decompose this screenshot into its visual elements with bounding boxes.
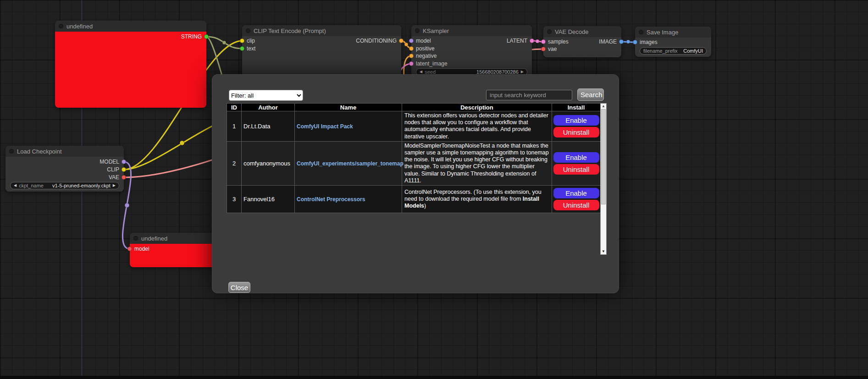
search-button[interactable]: Search bbox=[577, 88, 604, 101]
enable-button[interactable]: Enable bbox=[553, 115, 599, 126]
input-dot-samples[interactable] bbox=[541, 39, 546, 44]
description-text: ) bbox=[424, 203, 426, 209]
row-id: 1 bbox=[227, 111, 242, 142]
node-title: undefined bbox=[66, 23, 93, 30]
close-button[interactable]: Close bbox=[228, 282, 250, 293]
scroll-down-icon[interactable]: ▼ bbox=[601, 249, 606, 254]
slot-label: LATENT bbox=[507, 38, 527, 44]
enable-button[interactable]: Enable bbox=[553, 188, 599, 198]
output-dot-clip[interactable] bbox=[122, 167, 126, 172]
filename-prefix-widget[interactable]: filename_prefix ComfyUI bbox=[640, 47, 707, 55]
extension-link[interactable]: ComfyUI_experiments/sampler_tonemap bbox=[297, 160, 404, 167]
node-titlebar[interactable]: Save Image bbox=[635, 27, 711, 38]
input-dot-vae[interactable] bbox=[541, 47, 546, 51]
input-slot-model: model bbox=[409, 38, 431, 44]
slot-label: latent_image bbox=[416, 60, 448, 67]
extension-table: ID Author Name Description Install 1 Dr.… bbox=[227, 103, 601, 213]
input-dot-model[interactable] bbox=[127, 247, 132, 251]
output-dot-conditioning[interactable] bbox=[399, 38, 404, 43]
slot-label: VAE bbox=[109, 174, 119, 181]
input-slot-latent-image: latent_image bbox=[409, 60, 448, 67]
collapse-dot-icon[interactable] bbox=[59, 24, 63, 28]
uninstall-button[interactable]: Uninstall bbox=[553, 127, 599, 137]
collapse-dot-icon[interactable] bbox=[415, 28, 420, 33]
collapse-dot-icon[interactable] bbox=[639, 30, 643, 34]
output-dot-latent[interactable] bbox=[530, 38, 534, 43]
collapse-dot-icon[interactable] bbox=[133, 236, 138, 241]
output-dot-vae[interactable] bbox=[122, 175, 126, 180]
decrement-arrow-icon[interactable]: ◀ bbox=[420, 70, 422, 74]
row-description: ControlNet Preprocessors. (To use this e… bbox=[402, 186, 552, 213]
collapse-dot-icon[interactable] bbox=[547, 29, 552, 34]
link-dot bbox=[626, 40, 630, 44]
increment-arrow-icon[interactable]: ▶ bbox=[521, 70, 524, 74]
node-title: VAE Decode bbox=[555, 28, 588, 35]
input-slot-samples: samples bbox=[541, 38, 569, 45]
node-undefined-top[interactable]: undefined STRING bbox=[55, 21, 206, 108]
slot-label: clip bbox=[247, 38, 255, 44]
extension-link[interactable]: ComfyUI Impact Pack bbox=[297, 123, 353, 130]
row-author: Dr.Lt.Data bbox=[242, 111, 295, 142]
link-dot bbox=[536, 39, 539, 43]
prev-arrow-icon[interactable]: ◀ bbox=[14, 184, 17, 187]
slot-label: model bbox=[134, 246, 149, 252]
collapse-dot-icon[interactable] bbox=[9, 149, 14, 154]
input-dot-latent-image[interactable] bbox=[409, 61, 414, 66]
slot-label: CONDITIONING bbox=[356, 38, 397, 44]
output-slot-string: STRING bbox=[181, 33, 209, 40]
slot-label: CLIP bbox=[107, 166, 119, 173]
input-slot-clip: clip bbox=[240, 38, 255, 44]
output-slot-latent: LATENT bbox=[507, 38, 534, 44]
enable-button[interactable]: Enable bbox=[553, 152, 599, 163]
filter-select[interactable]: Filter: all bbox=[229, 90, 303, 101]
header-id: ID bbox=[227, 104, 242, 111]
node-body: STRING bbox=[55, 32, 206, 108]
canvas-bottom-edge bbox=[0, 376, 868, 379]
input-dot-images[interactable] bbox=[633, 40, 637, 44]
input-dot-positive[interactable] bbox=[409, 46, 414, 51]
uninstall-button[interactable]: Uninstall bbox=[553, 200, 599, 210]
scroll-up-icon[interactable]: ▲ bbox=[601, 104, 606, 109]
input-slot-images: images bbox=[633, 39, 658, 45]
table-header-row: ID Author Name Description Install bbox=[227, 104, 601, 111]
output-slot-vae: VAE bbox=[109, 174, 126, 181]
header-author: Author bbox=[242, 104, 295, 111]
node-load-checkpoint[interactable]: Load Checkpoint MODEL CLIP VAE ◀ ckpt_na… bbox=[6, 146, 124, 192]
search-input[interactable] bbox=[486, 90, 572, 100]
widget-value: ComfyUI bbox=[683, 48, 703, 54]
node-titlebar[interactable]: CLIP Text Encode (Prompt) bbox=[242, 25, 401, 36]
input-dot-clip[interactable] bbox=[240, 38, 244, 43]
extension-manager-dialog: Filter: all Search ID Author Name Descri… bbox=[212, 74, 619, 293]
node-titlebar[interactable]: KSampler bbox=[411, 25, 532, 36]
table-scrollbar[interactable]: ▲ ▼ bbox=[600, 103, 607, 255]
input-slot-negative: negative bbox=[409, 53, 437, 59]
output-slot-clip: CLIP bbox=[107, 166, 126, 173]
ckpt-name-widget[interactable]: ◀ ckpt_name v1-5-pruned-emaonly.ckpt ▶ bbox=[10, 182, 119, 189]
input-dot-negative[interactable] bbox=[409, 54, 414, 58]
widget-label: ckpt_name bbox=[19, 183, 44, 188]
slot-label: positive bbox=[416, 45, 435, 52]
input-slot-text: text bbox=[240, 45, 255, 52]
input-dot-model[interactable] bbox=[409, 38, 414, 43]
collapse-dot-icon[interactable] bbox=[246, 28, 250, 33]
input-slot-model: model bbox=[127, 246, 149, 252]
output-dot-model[interactable] bbox=[122, 159, 126, 164]
node-save-image[interactable]: Save Image images filename_prefix ComfyU… bbox=[635, 27, 711, 57]
uninstall-button[interactable]: Uninstall bbox=[553, 164, 599, 175]
output-dot-image[interactable] bbox=[619, 39, 624, 44]
next-arrow-icon[interactable]: ▶ bbox=[113, 184, 116, 187]
node-titlebar[interactable]: undefined bbox=[55, 21, 206, 32]
node-titlebar[interactable]: VAE Decode bbox=[543, 26, 621, 37]
link-dot bbox=[404, 43, 408, 46]
row-description: ModelSamplerTonemapNoiseTest a node that… bbox=[402, 141, 552, 185]
scrollbar-thumb[interactable] bbox=[601, 109, 606, 204]
slot-label: MODEL bbox=[100, 159, 119, 165]
node-titlebar[interactable]: Load Checkpoint bbox=[6, 146, 124, 157]
node-vae-decode[interactable]: VAE Decode samples vae IMAGE bbox=[543, 26, 621, 57]
row-id: 3 bbox=[227, 186, 242, 213]
extension-link[interactable]: ControlNet Preprocessors bbox=[297, 196, 365, 203]
row-author: Fannovel16 bbox=[242, 186, 295, 213]
link-dot bbox=[222, 41, 226, 44]
output-dot-string[interactable] bbox=[204, 34, 209, 39]
input-dot-text[interactable] bbox=[240, 46, 244, 51]
